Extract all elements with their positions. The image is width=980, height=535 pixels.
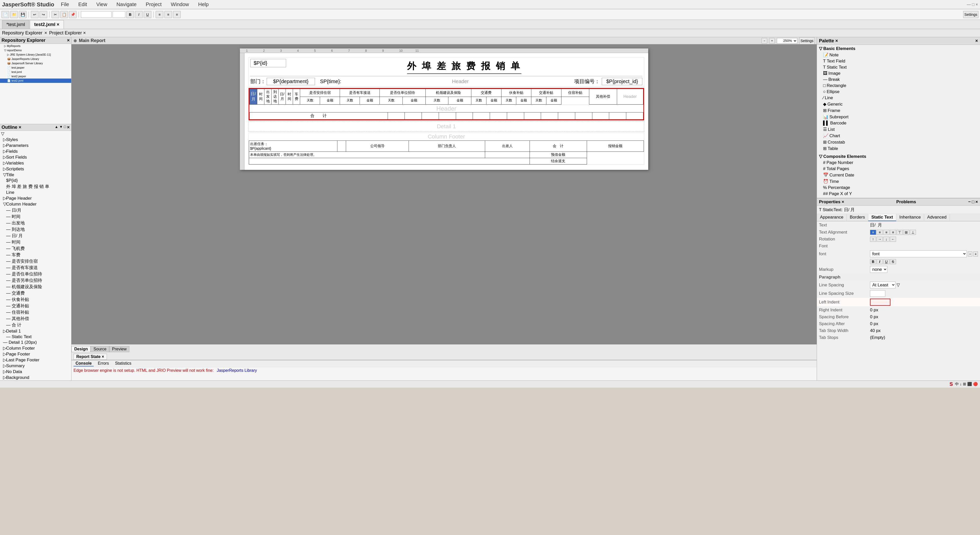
palette-barcode[interactable]: ▌▌ Barcode [819,120,978,126]
subtotal-c11[interactable] [558,113,575,120]
palette-basic-title[interactable]: ▽ Basic Elements [819,46,978,51]
properties-problems[interactable]: Problems [896,199,916,205]
palette-note[interactable]: 📝 Note [819,52,978,58]
design-tab[interactable]: Design [72,346,91,352]
line-spacing-select[interactable]: At Least Single 1.5 Lines Double [870,281,896,288]
outline-btn1[interactable]: ▲ [55,125,58,130]
subtotal-c8[interactable] [507,113,524,120]
header-cell-jine6[interactable]: 金额 [516,97,531,105]
line-spacing-size-input[interactable]: 1.00 [870,290,885,297]
rot-180[interactable]: ↓ [883,237,889,242]
palette-generic[interactable]: ◆ Generic [819,101,978,107]
outline-parameters[interactable]: ▷ Parameters [0,143,71,148]
paste-button[interactable]: 📌 [69,11,76,18]
outline-pageheader[interactable]: ▷ Page Header [0,195,71,201]
outline-col-shijian2[interactable]: — 时间 [0,239,71,245]
left-indent-input[interactable]: 5 px [870,298,891,306]
header-cell-jine1[interactable]: 金额 [320,97,340,105]
preview-tab[interactable]: Preview [109,346,129,352]
header-cell-chejie[interactable]: 是否有车接送 [340,89,380,97]
palette-composite-title[interactable]: ▽ Composite Elements [819,154,978,159]
outline-col-feiji[interactable]: — 飞机费 [0,245,71,252]
outline-col-shijian[interactable]: — 时间 [0,213,71,220]
italic-btn[interactable]: I [877,259,883,264]
outline-colfooter[interactable]: ▷ Column Footer [0,345,71,351]
palette-break[interactable]: — Break [819,76,978,83]
outline-col-daodadi[interactable]: — 到达地 [0,226,71,233]
palette-table[interactable]: ⊞ Table [819,145,978,152]
align-center-btn[interactable]: ≡ [877,230,883,235]
align-left-button[interactable]: ≡ [156,11,163,18]
outline-fields[interactable]: ▷ Fields [0,148,71,154]
menu-edit[interactable]: Edit [77,0,89,8]
outline-col-jiaotong[interactable]: — 交通费 [0,290,71,296]
outline-summary[interactable]: ▷ Summary [0,363,71,369]
subtotal-c7[interactable] [490,113,507,120]
subtotal-c4[interactable] [439,113,456,120]
align-right-btn[interactable]: ≡ [883,230,889,235]
tab-test2-jxml[interactable]: test2.jxml × [30,20,64,29]
prop-close[interactable]: × [975,199,978,205]
italic-button[interactable]: I [135,11,143,18]
outline-col-zhudai[interactable]: — 是否住单位招待 [0,271,71,277]
header-cell-zhudai[interactable]: 是否住单位招待 [380,89,426,97]
header-cell-chefei[interactable]: 车费 [293,89,300,105]
outline-col-huoshi[interactable]: — 伙食补贴 [0,296,71,303]
outline-col-heji[interactable]: — 合 计 [0,322,71,328]
header-cell-anpai[interactable]: 是否安排住宿 [300,89,340,97]
header-cell-tianshu1[interactable]: 天数 [300,97,320,105]
markup-select[interactable]: none [870,266,887,273]
header-cell-riyue-selected[interactable]: 日/月 [250,89,257,105]
copy-button[interactable]: 📋 [60,11,68,18]
outline-col-chufadi[interactable]: — 出发地 [0,220,71,226]
outline-close[interactable]: × [67,125,70,130]
repo-item-test2jasper[interactable]: 📄 test2.jasper [0,74,71,79]
outline-col-chefei[interactable]: — 车费 [0,252,71,258]
outline-title-pid[interactable]: $P{id} [0,178,71,183]
palette-image[interactable]: 🖼 Image [819,70,978,76]
menu-help[interactable]: Help [197,0,210,8]
new-button[interactable]: 📄 [2,11,9,18]
palette-currentdate[interactable]: 📅 Current Date [819,172,978,178]
repo-item-testjxml[interactable]: 📄 test.jxml [0,70,71,74]
valign-mid-btn[interactable]: ⊞ [903,230,909,235]
outline-title[interactable]: ▽ Title [0,172,71,178]
outline-variables[interactable]: ▷ Variables [0,160,71,166]
strikethrough-btn[interactable]: S [890,259,896,264]
header-cell-tianshu3[interactable]: 天数 [380,97,403,105]
palette-pagenum[interactable]: # Page Number [819,160,978,166]
undo-button[interactable]: ↩ [31,11,38,18]
header-cell-jine3[interactable]: 金额 [402,97,425,105]
header-cell-shijian[interactable]: 时间 [257,89,264,105]
outline-title-text[interactable]: 外 埠 差 旅 费 报 销 单 [0,183,71,190]
company-leader-cell[interactable]: 公司领导 [346,141,409,152]
subtotal-c10[interactable] [541,113,558,120]
subtotal-c6[interactable] [473,113,490,120]
settings-button[interactable]: Settings [963,11,978,18]
header-cell-daodadi[interactable]: 到达地 [272,89,279,105]
repo-explorer-label[interactable]: Repository Explorer [2,30,42,36]
subtotal-c3[interactable] [422,113,439,120]
menu-file[interactable]: File [59,0,70,8]
dept-param[interactable]: $P{department} [267,78,315,85]
outline-col-jijian[interactable]: — 机领建设及保险 [0,284,71,290]
rot-0[interactable]: ↑ [870,237,876,242]
report-state-btn[interactable]: Report State × [73,354,107,360]
bold-btn[interactable]: B [870,259,876,264]
palette-chart[interactable]: 📈 Chart [819,133,978,139]
prop-tab-advanced[interactable]: Advanced [924,214,950,221]
palette-crosstab[interactable]: ⊞ Crosstab [819,139,978,145]
statistics-tab[interactable]: Statistics [113,361,134,367]
repo-item-test2jxml[interactable]: 📄 test2.jxml [0,79,71,83]
subtotal-c12[interactable] [575,113,592,120]
outline-col-zhusuzbt[interactable]: — 住宿补贴 [0,309,71,316]
outline-static-text[interactable]: — Static Text [0,334,71,340]
prop-tab-appearance[interactable]: Appearance [817,214,847,221]
redo-button[interactable]: ↪ [40,11,47,18]
applicant-param[interactable]: $P{applicant} [250,146,271,151]
menu-navigate[interactable]: Navigate [115,0,138,8]
applicant-cell[interactable]: 出差任务：$P{applicant} [249,141,337,152]
align-right-button[interactable]: ≡ [173,11,181,18]
subtotal-c2[interactable] [405,113,422,120]
header-cell-huoshi[interactable]: 伙食补贴 [501,89,531,97]
